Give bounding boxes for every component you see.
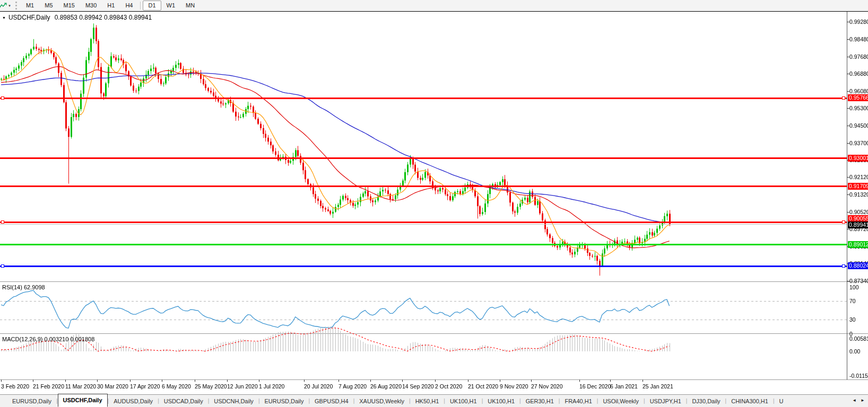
tab-usdjpy-h1[interactable]: USDJPY,H1 bbox=[645, 395, 686, 407]
time-axis-label: 12 Jun 2020 bbox=[227, 383, 258, 390]
price-tick-label: 0.95300 bbox=[849, 105, 868, 111]
tab-audusd-daily[interactable]: AUDUSD,Daily bbox=[109, 395, 158, 407]
price-tick-label: 0.98480 bbox=[849, 36, 868, 42]
tab-usdcnh-daily[interactable]: USDCNH,Daily bbox=[209, 395, 258, 407]
time-axis-label: 6 Jan 2021 bbox=[610, 383, 638, 390]
timeframe-button-m5[interactable]: M5 bbox=[39, 1, 58, 11]
price-tick-label: 0.96880 bbox=[849, 70, 868, 77]
tab-fra40-h1[interactable]: FRA40,H1 bbox=[560, 395, 596, 407]
chart-ohlc-values: 0.89853 0.89942 0.89843 0.89941 bbox=[55, 14, 152, 21]
price-tick-label: 0.96080 bbox=[849, 88, 868, 94]
price-tick-label: 0.91320 bbox=[849, 191, 868, 198]
time-axis-label: 27 Nov 2020 bbox=[531, 383, 563, 390]
tab-ger30-h1[interactable]: GER30,H1 bbox=[521, 395, 559, 407]
time-axis-label: 17 Apr 2020 bbox=[130, 383, 160, 390]
macd-level-label: -0.011514 bbox=[849, 373, 868, 379]
price-line-label-green[interactable]: 0.89012 bbox=[848, 241, 868, 248]
timeframe-button-m1[interactable]: M1 bbox=[21, 1, 39, 11]
price-tick-label: 0.99280 bbox=[849, 19, 868, 25]
macd-level-label: 0.00 bbox=[849, 348, 860, 355]
tab-scroll-right-icon[interactable]: ► bbox=[858, 396, 867, 405]
time-axis-label: 11 Mar 2020 bbox=[65, 383, 96, 390]
chart-window: ▼ USDCHF,Daily 0.89853 0.89942 0.89843 0… bbox=[0, 11, 868, 395]
rsi-level-label: 30 bbox=[849, 316, 856, 323]
time-axis-label: 9 Nov 2020 bbox=[500, 383, 528, 390]
time-axis-label: 2 Oct 2020 bbox=[435, 383, 462, 390]
tab-scroll-left-icon[interactable]: ◄ bbox=[850, 396, 858, 405]
price-tick-label: 0.94500 bbox=[849, 122, 868, 129]
price-tick-label: 0.87340 bbox=[849, 278, 868, 284]
price-line-label-blue[interactable]: 0.88024 bbox=[848, 262, 868, 269]
price-line-label-red[interactable]: 0.93001 bbox=[848, 155, 868, 162]
tab-china300-h1[interactable]: CHINA300,H1 bbox=[726, 395, 773, 407]
tab-usdchf-daily[interactable]: USDCHF,Daily bbox=[58, 394, 108, 407]
chart-tab-bar: EURUSD,Daily|USDCHF,Daily|AUDUSD,Daily|U… bbox=[0, 394, 868, 407]
tab-scroll-buttons: ◄ ► bbox=[850, 396, 867, 405]
timeframe-button-h1[interactable]: H1 bbox=[102, 1, 120, 11]
time-axis-label: 1 Jul 2020 bbox=[259, 383, 284, 390]
chart-cursor-icon[interactable] bbox=[0, 2, 7, 10]
timeframe-button-mn[interactable]: MN bbox=[180, 1, 200, 11]
timeframe-button-m15[interactable]: M15 bbox=[58, 1, 80, 11]
tab-xauusd-weekly[interactable]: XAUUSD,Weekly bbox=[354, 395, 409, 407]
rsi-indicator-label: RSI(14) 62.9098 bbox=[2, 284, 45, 290]
time-axis-label: 30 Mar 2020 bbox=[97, 383, 128, 390]
time-axis-label: 25 Jan 2021 bbox=[643, 383, 673, 390]
tab-gbpusd-h4[interactable]: GBPUSD,H4 bbox=[310, 395, 353, 407]
time-axis-label: 7 Aug 2020 bbox=[338, 383, 367, 390]
tab-eurusd-daily[interactable]: EURUSD,Daily bbox=[259, 395, 308, 407]
time-axis-label: 20 Jul 2020 bbox=[304, 383, 333, 390]
macd-indicator-label: MACD(12,26,9) 0.003210 0.001808 bbox=[2, 336, 94, 342]
price-tick-label: 0.92120 bbox=[849, 174, 868, 180]
time-axis-label: 14 Sep 2020 bbox=[402, 383, 434, 390]
cursor-zigzag-icon bbox=[0, 2, 7, 10]
tab-usoil-weekly[interactable]: USOil,Weekly bbox=[598, 395, 644, 407]
time-axis-label: 16 Dec 2020 bbox=[579, 383, 611, 390]
price-tick-label: 0.90520 bbox=[849, 209, 868, 215]
chart-canvas[interactable] bbox=[0, 12, 868, 395]
time-axis-label: 21 Feb 2020 bbox=[33, 383, 64, 390]
time-axis-label: 21 Oct 2020 bbox=[468, 383, 498, 390]
timeframe-buttons: M1M5M15M30H1H4D1W1MN bbox=[21, 1, 200, 11]
tab-eurusd-daily[interactable]: EURUSD,Daily bbox=[7, 395, 56, 407]
timeframe-button-w1[interactable]: W1 bbox=[161, 1, 181, 11]
macd-level-label: 0.005818 bbox=[849, 335, 868, 342]
chart-symbol-label: USDCHF,Daily bbox=[8, 14, 50, 21]
timeframe-button-h4[interactable]: H4 bbox=[120, 1, 138, 11]
time-axis-label: 26 Aug 2020 bbox=[370, 383, 402, 390]
toolbar-caret-icon[interactable]: ▼ bbox=[8, 4, 11, 7]
rsi-level-label: 100 bbox=[849, 284, 859, 290]
price-line-label-red[interactable]: 0.91709 bbox=[848, 183, 868, 190]
collapse-indicators-icon[interactable]: ▼ bbox=[2, 16, 6, 20]
tab-uk100-h1[interactable]: UK100,H1 bbox=[445, 395, 482, 407]
tab-uk100-h1[interactable]: UK100,H1 bbox=[483, 395, 519, 407]
price-tick-label: 0.97680 bbox=[849, 54, 868, 60]
tab-u[interactable]: U bbox=[775, 395, 788, 407]
timeframe-toolbar: ▼ M1M5M15M30H1H4D1W1MN bbox=[0, 0, 868, 11]
toolbar-grip[interactable] bbox=[15, 2, 17, 10]
price-tick-label: 0.93700 bbox=[849, 140, 868, 146]
tab-usdcad-daily[interactable]: USDCAD,Daily bbox=[159, 395, 208, 407]
time-axis-label: 25 May 2020 bbox=[195, 383, 227, 390]
time-axis-label: 3 Feb 2020 bbox=[1, 383, 29, 390]
timeframe-button-d1[interactable]: D1 bbox=[143, 1, 161, 11]
tab-hk50-h1[interactable]: HK50,H1 bbox=[411, 395, 444, 407]
price-line-label-red[interactable]: 0.95766 bbox=[848, 94, 868, 101]
chart-title: ▼ USDCHF,Daily 0.89853 0.89942 0.89843 0… bbox=[2, 14, 152, 21]
timeframe-button-m30[interactable]: M30 bbox=[80, 1, 102, 11]
rsi-level-label: 70 bbox=[849, 298, 856, 304]
bid-price-label: 0.89941 bbox=[848, 222, 868, 228]
tab-dj30-daily[interactable]: DJ30,Daily bbox=[687, 395, 725, 407]
time-axis-label: 6 May 2020 bbox=[162, 383, 191, 390]
toolbar-separator bbox=[140, 2, 141, 10]
